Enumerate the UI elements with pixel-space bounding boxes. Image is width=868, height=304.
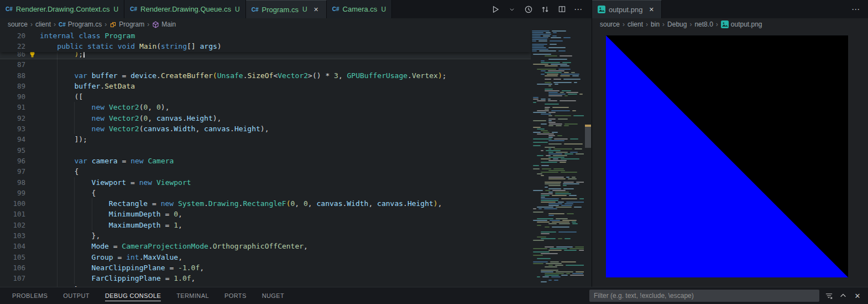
breadcrumb-item-Program.cs[interactable]: C#Program.cs xyxy=(59,20,102,28)
glyph-margin xyxy=(25,123,40,134)
glyph-margin xyxy=(25,198,40,209)
editor-scrollbar[interactable] xyxy=(584,30,592,287)
history-icon[interactable] xyxy=(523,4,534,15)
minimap[interactable] xyxy=(531,30,584,287)
line-number: 100 xyxy=(0,198,25,209)
code-line-107[interactable]: 107FarClippingPlane = 1.0f, xyxy=(0,273,531,284)
csharp-file-icon: C# xyxy=(130,6,137,12)
panel-tab-terminal[interactable]: TERMINAL xyxy=(169,287,217,304)
code-line-89[interactable]: 89buffer.SetData xyxy=(0,81,531,91)
code-line-96[interactable]: 96var camera = new Camera xyxy=(0,156,531,166)
code-line-100[interactable]: 100Rectangle = new System.Drawing.Rectan… xyxy=(0,198,531,209)
glyph-margin xyxy=(25,134,40,145)
more-actions-icon[interactable]: ⋯ xyxy=(573,4,584,15)
glyph-margin xyxy=(25,241,40,251)
split-editor-icon[interactable] xyxy=(556,4,567,15)
line-number: 93 xyxy=(0,123,25,134)
tab-output.png[interactable]: output.png ✕ xyxy=(592,0,662,18)
breadcrumb: source›client›C#Program.cs›Program›Main xyxy=(0,18,592,30)
breadcrumb-item-output.png[interactable]: output.png xyxy=(721,20,762,28)
run-options-icon[interactable] xyxy=(506,4,517,15)
code-line-91[interactable]: 91new Vector2(0, 0), xyxy=(0,102,531,112)
breadcrumb-separator: › xyxy=(689,20,692,28)
panel-tabs: PROBLEMSOUTPUTDEBUG CONSOLETERMINALPORTS… xyxy=(0,287,292,304)
code-line-94[interactable]: 94]); xyxy=(0,134,531,145)
breadcrumb-item-bin[interactable]: bin xyxy=(651,20,660,28)
bottom-panel: PROBLEMSOUTPUTDEBUG CONSOLETERMINALPORTS… xyxy=(0,287,868,304)
code-line-92[interactable]: 92new Vector2(0, canvas.Height), xyxy=(0,113,531,123)
code-line-88[interactable]: 88var buffer = device.CreateBuffer(Unsaf… xyxy=(0,70,531,81)
breadcrumb-item-client[interactable]: client xyxy=(35,20,51,28)
maximize-panel-icon[interactable] xyxy=(838,291,848,301)
line-number: 94 xyxy=(0,134,25,145)
breadcrumb-separator: › xyxy=(147,20,149,28)
panel-tab-output[interactable]: OUTPUT xyxy=(55,287,97,304)
code-line-22[interactable]: 22public static void Main(string[] args) xyxy=(0,41,531,51)
code-line-99[interactable]: 99{ xyxy=(0,188,531,198)
breadcrumb-item-source[interactable]: source xyxy=(600,20,620,28)
image-preview[interactable] xyxy=(592,30,868,287)
line-number: 97 xyxy=(0,166,25,177)
line-number: 104 xyxy=(0,241,25,251)
breadcrumb: source›client›bin›Debug›net8.0›output.pn… xyxy=(592,18,868,30)
breadcrumb-separator: › xyxy=(104,20,107,28)
close-panel-icon[interactable]: ✕ xyxy=(853,291,862,301)
breadcrumb-item-source[interactable]: source xyxy=(8,20,28,28)
glyph-margin xyxy=(25,59,40,70)
open-changes-icon[interactable] xyxy=(540,4,551,15)
scrollbar-modified-marker xyxy=(585,125,591,127)
close-tab-icon[interactable]: ✕ xyxy=(312,5,321,14)
git-status-badge: U xyxy=(114,6,119,13)
close-tab-icon[interactable]: ✕ xyxy=(647,5,656,14)
blue-triangle xyxy=(606,35,848,277)
more-actions-icon[interactable]: ⋯ xyxy=(850,4,861,15)
code-line-97[interactable]: 97{ xyxy=(0,166,531,177)
code-editor[interactable]: 86);8788var buffer = device.CreateBuffer… xyxy=(0,30,592,287)
glyph-margin xyxy=(25,113,40,123)
panel-tab-nuget[interactable]: NUGET xyxy=(254,287,292,304)
code-line-102[interactable]: 102MaximumDepth = 1, xyxy=(0,220,531,230)
glyph-margin xyxy=(25,91,40,102)
line-number: 107 xyxy=(0,273,25,284)
code-line-104[interactable]: 104Mode = CameraProjectionMode.Orthograp… xyxy=(0,241,531,251)
code-line-20[interactable]: 20internal class Program xyxy=(0,30,531,41)
line-number: 105 xyxy=(0,252,25,262)
tab-Renderer.Drawing.Queue.cs[interactable]: C# Renderer.Drawing.Queue.cs U xyxy=(124,0,246,18)
glyph-margin xyxy=(25,41,40,51)
code-line-87[interactable]: 87 xyxy=(0,59,531,70)
code-line-90[interactable]: 90([ xyxy=(0,91,531,102)
csharp-file-icon: C# xyxy=(6,6,13,12)
run-icon[interactable] xyxy=(490,4,501,15)
clear-filter-icon[interactable] xyxy=(824,291,834,301)
glyph-margin xyxy=(25,230,40,241)
debug-console-filter-input[interactable] xyxy=(589,290,819,302)
code-line-95[interactable]: 95 xyxy=(0,145,531,156)
code-line-98[interactable]: 98Viewport = new Viewport xyxy=(0,177,531,188)
breadcrumb-item-Debug[interactable]: Debug xyxy=(667,20,687,28)
glyph-margin xyxy=(25,81,40,91)
code-line-105[interactable]: 105Group = int.MaxValue, xyxy=(0,252,531,262)
tab-Camera.cs[interactable]: C# Camera.cs U xyxy=(327,0,392,18)
breadcrumb-item-net8.0[interactable]: net8.0 xyxy=(694,20,713,28)
code-line-106[interactable]: 106NearClippingPlane = -1.0f, xyxy=(0,262,531,273)
line-number: 106 xyxy=(0,262,25,273)
output-image xyxy=(606,35,848,277)
sticky-scroll-header[interactable]: 20internal class Program22public static … xyxy=(0,30,531,52)
tab-Renderer.Drawing.Context.cs[interactable]: C# Renderer.Drawing.Context.cs U xyxy=(0,0,124,18)
code-line-93[interactable]: 93new Vector2(canvas.Width, canvas.Heigh… xyxy=(0,123,531,134)
code-line-103[interactable]: 103}, xyxy=(0,230,531,241)
panel-tab-problems[interactable]: PROBLEMS xyxy=(4,287,55,304)
tab-Program.cs[interactable]: C# Program.cs U ✕ xyxy=(246,0,327,18)
line-number: 89 xyxy=(0,81,25,91)
scrollbar-thumb[interactable] xyxy=(585,125,591,148)
panel-tab-ports[interactable]: PORTS xyxy=(217,287,254,304)
glyph-margin xyxy=(25,220,40,230)
breadcrumb-item-Program[interactable]: Program xyxy=(109,20,144,28)
panel-tab-debug-console[interactable]: DEBUG CONSOLE xyxy=(97,287,169,304)
line-number: 90 xyxy=(0,91,25,102)
glyph-margin xyxy=(25,273,40,284)
breadcrumb-item-Main[interactable]: Main xyxy=(152,20,176,28)
code-line-101[interactable]: 101MinimumDepth = 0, xyxy=(0,209,531,219)
breadcrumb-item-client[interactable]: client xyxy=(628,20,643,28)
git-status-badge: U xyxy=(235,6,240,13)
